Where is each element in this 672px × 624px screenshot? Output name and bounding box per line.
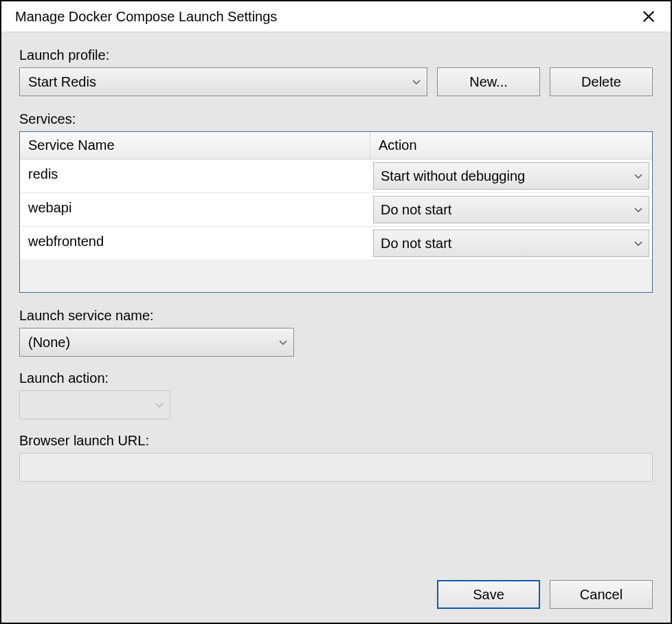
services-table-footer [20, 260, 652, 292]
close-button[interactable] [639, 7, 658, 26]
service-action-value: Start without debugging [381, 168, 525, 184]
chevron-down-icon [278, 337, 288, 347]
launch-profile-dropdown[interactable]: Start Redis [19, 67, 427, 96]
service-action-value: Do not start [381, 236, 451, 252]
titlebar: Manage Docker Compose Launch Settings [1, 1, 671, 32]
save-button[interactable]: Save [437, 580, 540, 609]
close-icon [641, 9, 656, 24]
delete-profile-button[interactable]: Delete [550, 67, 653, 96]
launch-service-name-value: (None) [28, 335, 70, 350]
dialog-footer: Save Cancel [19, 568, 653, 609]
dialog-content: Launch profile: Start Redis New... Delet… [1, 32, 671, 623]
service-action-dropdown[interactable]: Do not start [373, 196, 649, 223]
column-header-action[interactable]: Action [370, 132, 652, 159]
service-name-cell: redis [20, 159, 370, 192]
launch-service-name-label: Launch service name: [19, 308, 653, 324]
launch-profile-value: Start Redis [28, 74, 96, 90]
service-row: redis Start without debugging [20, 159, 652, 193]
service-row: webfrontend Do not start [20, 227, 652, 260]
launch-action-dropdown[interactable] [19, 390, 170, 419]
launch-service-name-dropdown[interactable]: (None) [19, 328, 294, 357]
cancel-button[interactable]: Cancel [550, 580, 653, 609]
chevron-down-icon [634, 238, 643, 248]
launch-action-label: Launch action: [19, 370, 653, 386]
column-header-name[interactable]: Service Name [20, 132, 370, 159]
chevron-down-icon [634, 171, 643, 181]
service-action-dropdown[interactable]: Do not start [373, 230, 649, 257]
browser-url-input[interactable] [19, 453, 653, 482]
new-profile-button[interactable]: New... [437, 67, 540, 96]
service-row: webapi Do not start [20, 193, 652, 227]
services-table: Service Name Action redis Start without … [19, 131, 653, 293]
service-action-value: Do not start [381, 202, 451, 218]
services-label: Services: [19, 111, 653, 127]
launch-profile-label: Launch profile: [19, 47, 653, 63]
service-name-cell: webfrontend [20, 227, 370, 260]
services-header: Service Name Action [20, 132, 652, 159]
browser-url-label: Browser launch URL: [19, 433, 653, 449]
dialog-title: Manage Docker Compose Launch Settings [15, 9, 277, 25]
chevron-down-icon [155, 400, 164, 410]
chevron-down-icon [412, 77, 421, 87]
service-action-dropdown[interactable]: Start without debugging [373, 162, 649, 190]
chevron-down-icon [634, 205, 643, 214]
service-name-cell: webapi [20, 193, 370, 226]
